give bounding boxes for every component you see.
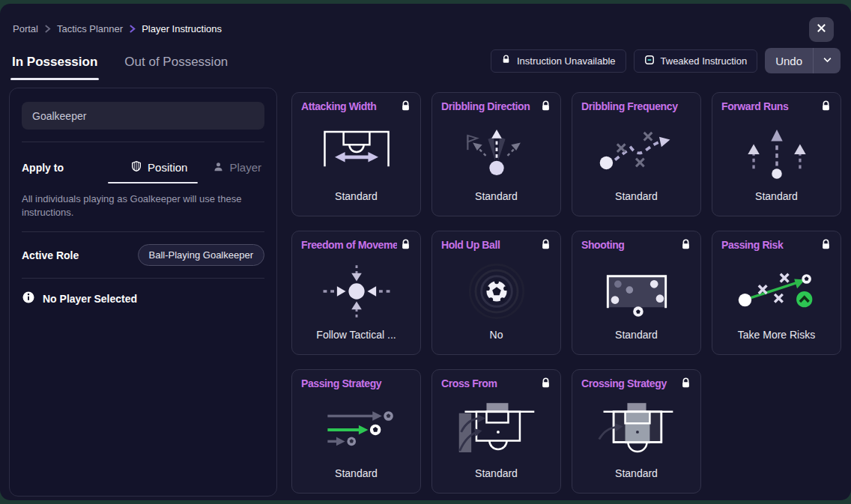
instruction-card[interactable]: Passing StrategyStandard — [291, 369, 421, 494]
player-instructions-modal: Portal Tactics Planner Player Instructio… — [0, 4, 851, 500]
lock-icon — [400, 100, 411, 115]
divider — [22, 142, 264, 142]
lock-icon — [680, 239, 691, 253]
active-role-value[interactable]: Ball-Playing Goalkeeper — [138, 244, 264, 266]
forward-runs-icon — [721, 115, 832, 190]
card-header: Cross From — [441, 377, 551, 392]
tab-player[interactable]: Player — [210, 159, 264, 183]
shield-icon — [130, 160, 142, 174]
apply-to-tabs: Position Player — [127, 159, 264, 183]
instruction-cards-grid: Attacking WidthStandardDribbling Directi… — [291, 92, 841, 494]
breadcrumb-item-player-instructions: Player Instructions — [142, 23, 222, 34]
position-settings-panel: Goalkeeper Apply to Position Player — [9, 88, 277, 497]
lock-icon — [400, 239, 411, 253]
instruction-card[interactable]: Dribbling DirectionStandard — [431, 92, 561, 216]
player-icon — [213, 161, 224, 174]
tab-player-label: Player — [229, 161, 261, 174]
apply-description: All individuals playing as Goalkeeper wi… — [22, 192, 264, 219]
undo-dropdown-button[interactable] — [814, 48, 841, 73]
undo-split-button: Undo — [765, 48, 841, 73]
lock-icon — [680, 377, 691, 392]
instruction-card[interactable]: Cross FromStandard — [431, 369, 561, 494]
dribbling-direction-icon — [441, 115, 551, 190]
position-selector[interactable]: Goalkeeper — [22, 102, 264, 130]
lock-icon — [540, 377, 551, 392]
card-title: Cross From — [441, 377, 537, 389]
card-header: Shooting — [581, 239, 691, 253]
apply-to-row: Apply to Position Player — [22, 159, 264, 183]
card-title: Crossing Strategy — [581, 377, 677, 389]
crossing-strategy-icon — [581, 392, 691, 467]
instruction-card[interactable]: Hold Up BallNo — [431, 231, 561, 355]
instruction-card[interactable]: Dribbling FrequencyStandard — [572, 92, 701, 216]
cross-from-icon — [441, 392, 551, 467]
card-title: Passing Risk — [721, 239, 817, 251]
close-icon — [816, 22, 827, 37]
card-value: Take More Risks — [721, 329, 832, 347]
card-title: Dribbling Direction — [441, 100, 537, 112]
lock-icon — [540, 100, 551, 115]
card-title: Forward Runs — [721, 100, 817, 112]
card-title: Shooting — [581, 239, 677, 251]
lock-icon — [820, 100, 832, 115]
card-value: No — [441, 329, 551, 347]
header-actions: Instruction Unavailable Tweaked Instruct… — [491, 48, 841, 73]
card-header: Hold Up Ball — [441, 239, 551, 253]
card-header: Crossing Strategy — [581, 377, 691, 392]
card-value: Follow Tactical ... — [301, 329, 411, 347]
passing-risk-icon — [721, 253, 832, 329]
divider — [22, 231, 264, 232]
lock-icon — [820, 239, 832, 253]
card-value: Standard — [441, 467, 551, 485]
shooting-icon — [581, 253, 691, 329]
breadcrumb: Portal Tactics Planner Player Instructio… — [13, 23, 222, 34]
card-value: Standard — [581, 467, 691, 485]
divider — [22, 278, 264, 279]
tab-out-of-possession[interactable]: Out of Possession — [123, 50, 229, 80]
attacking-width-icon — [301, 115, 411, 190]
info-icon — [22, 291, 35, 306]
no-player-selected-row: No Player Selected — [22, 291, 264, 306]
card-value: Standard — [301, 190, 411, 208]
card-title: Passing Strategy — [301, 377, 411, 389]
legend-label: Tweaked Instruction — [661, 55, 748, 67]
hold-up-ball-icon — [441, 253, 551, 329]
chevron-right-icon — [129, 25, 136, 33]
chevron-right-icon — [44, 25, 51, 33]
tweaked-icon — [644, 55, 655, 67]
breadcrumb-item-portal[interactable]: Portal — [13, 23, 38, 34]
breadcrumb-item-tactics-planner[interactable]: Tactics Planner — [57, 23, 123, 34]
passing-strategy-icon — [301, 389, 411, 467]
tab-in-possession[interactable]: In Possession — [10, 50, 99, 80]
card-header: Dribbling Frequency — [581, 100, 691, 112]
close-button[interactable] — [809, 17, 834, 42]
instruction-card[interactable]: Crossing StrategyStandard — [572, 369, 701, 494]
instruction-card[interactable]: ShootingStandard — [572, 231, 701, 355]
active-role-row: Active Role Ball-Playing Goalkeeper — [22, 244, 264, 266]
instruction-card[interactable]: Forward RunsStandard — [712, 92, 841, 216]
active-role-label: Active Role — [22, 249, 79, 261]
no-player-selected-label: No Player Selected — [43, 293, 137, 305]
legend-tweaked-instruction: Tweaked Instruction — [634, 49, 758, 73]
freedom-of-movement-icon — [301, 253, 411, 329]
lock-icon — [540, 239, 551, 253]
instruction-card[interactable]: Attacking WidthStandard — [291, 92, 421, 216]
card-header: Forward Runs — [721, 100, 832, 115]
card-title: Dribbling Frequency — [581, 100, 691, 112]
card-title: Freedom of Movement — [301, 239, 397, 251]
card-value: Standard — [581, 190, 691, 208]
legend-label: Instruction Unavailable — [517, 55, 616, 67]
card-value: Standard — [721, 190, 832, 208]
instruction-card[interactable]: Freedom of MovementFollow Tactical ... — [291, 231, 421, 355]
card-value: Standard — [441, 190, 551, 208]
card-header: Passing Strategy — [301, 377, 411, 389]
card-header: Dribbling Direction — [441, 100, 551, 115]
card-title: Hold Up Ball — [441, 239, 537, 251]
lock-icon — [501, 55, 511, 67]
card-header: Freedom of Movement — [301, 239, 411, 253]
card-header: Attacking Width — [301, 100, 411, 115]
tab-position[interactable]: Position — [127, 159, 190, 183]
card-value: Standard — [581, 329, 691, 347]
undo-button[interactable]: Undo — [765, 48, 814, 73]
instruction-card[interactable]: Passing RiskTake More Risks — [712, 231, 841, 355]
